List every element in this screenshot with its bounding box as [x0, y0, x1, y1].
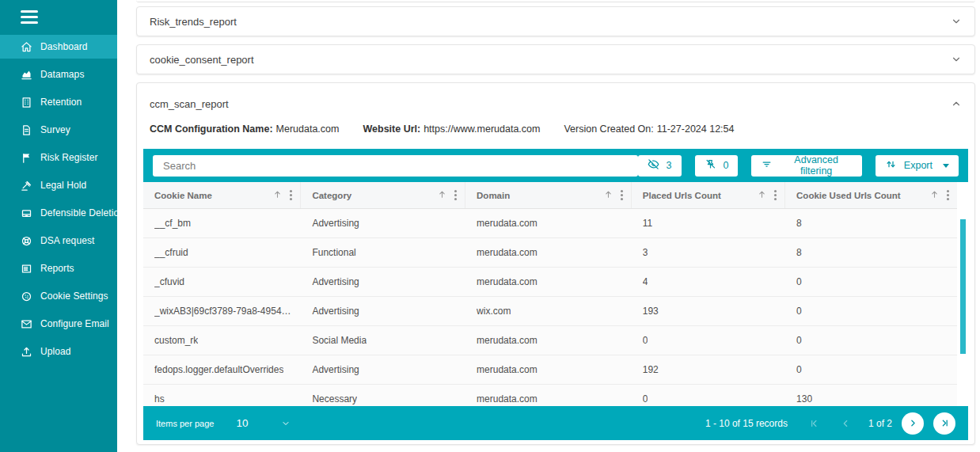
panel-cookie-consent-report[interactable]: cookie_consent_report [136, 44, 975, 74]
column-header-cookie-name[interactable]: Cookie Name [143, 182, 301, 208]
table-cell: Functional [301, 238, 465, 267]
table-cell: 192 [632, 355, 785, 384]
panel-risk-trends-report[interactable]: Risk_trends_report [136, 6, 975, 36]
sidebar: DashboardDatamapsRetentionSurveyRisk Reg… [0, 0, 117, 452]
sidebar-item-survey[interactable]: Survey [0, 118, 117, 142]
table-cell: Advertising [301, 297, 465, 325]
next-page-button[interactable] [902, 412, 924, 435]
column-header-domain[interactable]: Domain [465, 182, 632, 208]
table-row[interactable]: _wixAB3|69cf3789-79a8-4954-9efb-44e5...A… [143, 297, 957, 326]
sidebar-item-label: Datamaps [40, 69, 85, 80]
column-menu-icon[interactable] [619, 188, 625, 202]
pin-off-icon [705, 158, 716, 173]
sort-arrow-up-icon[interactable] [603, 188, 613, 203]
column-header-placed-urls-count[interactable]: Placed Urls Count [632, 182, 785, 208]
sort-arrow-up-icon[interactable] [757, 188, 767, 203]
column-header-label: Cookie Used Urls Count [796, 191, 929, 200]
life-ring-icon [21, 234, 33, 247]
items-per-page-value[interactable]: 10 [236, 417, 248, 429]
table-cell-text: 193 [643, 306, 659, 317]
table-cell-text: hs [154, 393, 165, 405]
table-cell: hs [143, 385, 301, 406]
table-cell: 0 [785, 326, 957, 355]
column-menu-icon[interactable] [945, 188, 951, 202]
hidden-columns-button[interactable]: 3 [638, 155, 682, 177]
grid-header: Cookie NameCategoryDomainPlaced Urls Cou… [143, 182, 957, 209]
column-header-label: Category [312, 191, 437, 200]
hamburger-menu-icon[interactable] [21, 10, 40, 24]
column-header-label: Placed Urls Count [643, 191, 757, 200]
table-row[interactable]: __cfruidFunctionalmerudata.com38 [143, 238, 957, 268]
ccm-configuration-name-value: Merudata.com [276, 123, 340, 135]
sidebar-item-risk-register[interactable]: Risk Register [0, 146, 117, 169]
records-range-text: 1 - 10 of 15 records [705, 418, 788, 429]
table-cell-text: custom_rk [154, 335, 198, 346]
table-cell-text: 0 [643, 335, 648, 346]
sort-arrow-up-icon[interactable] [929, 188, 940, 203]
table-cell-text: merudata.com [477, 335, 537, 346]
table-cell: _cfuvid [143, 268, 301, 296]
table-cell: __cf_bm [143, 209, 301, 237]
items-per-page-chevron-icon[interactable] [281, 419, 291, 428]
previous-page-icon[interactable] [840, 418, 851, 429]
sidebar-item-dsa-request[interactable]: DSA request [0, 229, 117, 253]
table-cell: custom_rk [143, 326, 301, 355]
table-cell-text: 4 [643, 276, 648, 287]
column-menu-icon[interactable] [288, 188, 294, 202]
sidebar-item-retention[interactable]: Retention [0, 90, 117, 114]
table-cell: merudata.com [465, 268, 632, 296]
sort-arrow-up-icon[interactable] [437, 188, 447, 203]
table-cell: Necessary [301, 385, 465, 406]
sidebar-item-configure-email[interactable]: Configure Email [0, 312, 117, 336]
table-cell: 11 [632, 209, 785, 237]
table-cell-text: Advertising [312, 276, 359, 287]
column-menu-icon[interactable] [773, 188, 778, 202]
flag-icon [21, 151, 33, 164]
table-row[interactable]: fedops.logger.defaultOverridesAdvertisin… [143, 355, 957, 385]
table-cell-text: 192 [643, 364, 659, 375]
first-page-icon[interactable] [808, 418, 819, 429]
column-header-cookie-used-urls-count[interactable]: Cookie Used Urls Count [785, 182, 957, 208]
table-cell: Advertising [301, 355, 465, 384]
scrolled-card-edge [136, 0, 975, 2]
building-icon [21, 96, 33, 108]
sidebar-item-defensible-deletion[interactable]: Defensible Deletion [0, 201, 117, 225]
sidebar-item-datamaps[interactable]: Datamaps [0, 63, 117, 86]
sidebar-item-dashboard[interactable]: Dashboard [0, 35, 117, 59]
panel-title: cookie_consent_report [150, 54, 951, 66]
sidebar-item-upload[interactable]: Upload [0, 340, 117, 363]
table-cell: merudata.com [465, 209, 632, 237]
sidebar-item-cookie-settings[interactable]: Cookie Settings [0, 284, 117, 308]
sort-arrow-up-icon[interactable] [272, 188, 283, 203]
envelope-icon [21, 317, 33, 330]
column-header-category[interactable]: Category [301, 182, 465, 208]
table-row[interactable]: __cf_bmAdvertisingmerudata.com118 [143, 209, 957, 238]
table-cell-text: _wixAB3|69cf3789-79a8-4954-9efb-44e5... [154, 306, 293, 317]
chevron-up-icon[interactable] [951, 98, 962, 109]
table-row[interactable]: hsNecessarymerudata.com0130 [143, 385, 957, 406]
sidebar-menu: DashboardDatamapsRetentionSurveyRisk Reg… [0, 35, 117, 363]
table-cell-text: 0 [796, 306, 802, 317]
last-page-button[interactable] [933, 412, 955, 435]
chevron-down-icon[interactable] [951, 16, 962, 27]
table-row[interactable]: _cfuvidAdvertisingmerudata.com40 [143, 268, 957, 297]
table-cell-text: fedops.logger.defaultOverrides [154, 364, 283, 375]
vertical-scrollbar-thumb[interactable] [960, 219, 966, 354]
column-header-label: Domain [477, 191, 603, 200]
sidebar-item-legal-hold[interactable]: Legal Hold [0, 173, 117, 197]
chevron-down-icon[interactable] [951, 54, 962, 65]
table-cell-text: 130 [796, 393, 812, 405]
sidebar-item-label: Cookie Settings [40, 291, 108, 302]
export-button[interactable]: Export [876, 155, 959, 177]
sidebar-item-reports[interactable]: Reports [0, 256, 117, 280]
pinned-columns-button[interactable]: 0 [695, 155, 739, 177]
filter-icon [761, 158, 773, 173]
advanced-filtering-button[interactable]: Advanced filtering [751, 155, 861, 177]
table-cell: merudata.com [465, 326, 632, 355]
search-input[interactable] [153, 155, 638, 177]
export-caret-icon[interactable] [943, 164, 949, 168]
table-row[interactable]: custom_rkSocial Mediamerudata.com00 [143, 326, 957, 355]
column-menu-icon[interactable] [453, 188, 458, 202]
eye-off-icon [648, 158, 659, 173]
panel-header[interactable]: ccm_scan_report [137, 90, 974, 117]
